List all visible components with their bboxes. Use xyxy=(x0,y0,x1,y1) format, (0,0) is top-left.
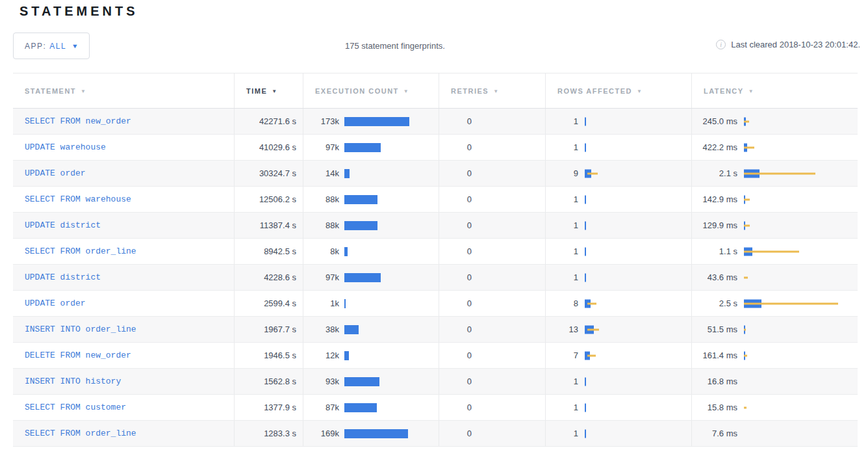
execution-count-value: 14k xyxy=(303,168,339,178)
execution-count-bar xyxy=(344,143,381,152)
rows-affected-stddev-line xyxy=(587,172,598,174)
latency-value: 142.9 ms xyxy=(692,194,737,204)
execution-count-bar-chart xyxy=(344,271,439,284)
table-header: STATEMENT ▼ TIME ▼ EXECUTION COUNT ▼ RET… xyxy=(13,73,858,109)
last-cleared-status: i Last cleared 2018-10-23 20:01:42. xyxy=(716,40,860,49)
info-icon[interactable]: i xyxy=(716,40,726,49)
rows-affected-bar-chart xyxy=(585,375,691,388)
latency-bar-chart xyxy=(744,323,858,336)
statement-link[interactable]: INSERT INTO history xyxy=(25,377,121,386)
latency-value: 7.6 ms xyxy=(692,429,737,438)
statement-link[interactable]: UPDATE order xyxy=(25,168,86,178)
sort-desc-icon: ▼ xyxy=(272,88,277,94)
execution-count-value: 8k xyxy=(303,246,339,256)
rows-affected-mean-bar xyxy=(585,377,586,386)
latency-stddev-line xyxy=(744,276,748,278)
execution-count-bar-chart xyxy=(344,349,439,362)
statements-table: STATEMENT ▼ TIME ▼ EXECUTION COUNT ▼ RET… xyxy=(13,73,858,447)
execution-count-value: 1k xyxy=(303,298,339,308)
chevron-down-icon: ▼ xyxy=(71,43,79,49)
statement-link[interactable]: INSERT INTO order_line xyxy=(25,324,136,334)
app-filter-value: ALL xyxy=(49,42,66,51)
rows-affected-value: 1 xyxy=(546,246,578,256)
table-row: UPDATE order 30324.7 s 14k 0 9 2.1 s xyxy=(13,161,858,187)
latency-stddev-line xyxy=(744,198,750,200)
latency-bar-chart xyxy=(744,193,858,206)
latency-value: 15.8 ms xyxy=(692,403,737,412)
statement-link[interactable]: UPDATE order xyxy=(25,298,86,308)
statement-link[interactable]: DELETE FROM new_order xyxy=(25,351,131,360)
execution-count-bar xyxy=(344,403,377,412)
statement-link[interactable]: SELECT FROM order_line xyxy=(25,246,136,256)
rows-affected-mean-bar xyxy=(585,143,586,152)
latency-value: 422.2 ms xyxy=(692,142,737,152)
column-label: RETRIES xyxy=(451,87,489,95)
rows-affected-bar-chart xyxy=(585,297,691,310)
rows-affected-value: 1 xyxy=(546,116,578,126)
statement-link[interactable]: UPDATE warehouse xyxy=(25,142,106,152)
statement-link[interactable]: UPDATE district xyxy=(25,220,101,230)
table-row: SELECT FROM warehouse 12506.2 s 88k 0 1 … xyxy=(13,187,858,213)
column-header-time[interactable]: TIME ▼ xyxy=(235,73,303,108)
latency-stddev-line xyxy=(744,172,815,174)
latency-stddev-line xyxy=(744,146,754,148)
rows-affected-bar-chart xyxy=(585,245,691,258)
time-value: 1283.3 s xyxy=(264,429,296,438)
latency-value: 2.1 s xyxy=(692,168,737,178)
execution-count-bar xyxy=(344,377,379,386)
statement-link[interactable]: SELECT FROM customer xyxy=(25,403,126,412)
latency-stddev-line xyxy=(744,250,799,252)
column-header-latency[interactable]: LATENCY ▼ xyxy=(692,73,858,108)
statement-link[interactable]: SELECT FROM warehouse xyxy=(25,194,131,204)
column-header-retries[interactable]: RETRIES ▼ xyxy=(439,73,546,108)
rows-affected-bar-chart xyxy=(585,349,691,362)
execution-count-bar xyxy=(344,195,377,204)
time-value: 30324.7 s xyxy=(259,168,296,178)
latency-stddev-line xyxy=(744,406,747,408)
rows-affected-stddev-line xyxy=(587,328,599,330)
time-value: 2599.4 s xyxy=(264,298,296,308)
statement-link[interactable]: SELECT FROM order_line xyxy=(25,429,136,438)
latency-bar-chart xyxy=(744,219,858,232)
retries-value: 0 xyxy=(439,246,472,256)
latency-bar-chart xyxy=(744,375,858,388)
app-filter-dropdown[interactable]: APP: ALL ▼ xyxy=(13,33,90,59)
execution-count-bar-chart xyxy=(344,219,439,232)
column-header-execution-count[interactable]: EXECUTION COUNT ▼ xyxy=(303,73,439,108)
execution-count-bar xyxy=(344,273,381,282)
execution-count-value: 38k xyxy=(303,324,339,334)
execution-count-value: 87k xyxy=(303,403,339,412)
latency-bar-chart xyxy=(744,167,858,180)
execution-count-value: 12k xyxy=(303,351,339,360)
time-value: 1377.9 s xyxy=(264,403,296,412)
execution-count-bar xyxy=(344,351,349,360)
table-row: SELECT FROM new_order 42271.6 s 173k 0 1… xyxy=(13,109,858,135)
statement-link[interactable]: UPDATE district xyxy=(25,272,101,282)
retries-value: 0 xyxy=(439,403,472,412)
execution-count-bar-chart xyxy=(344,375,439,388)
latency-value: 161.4 ms xyxy=(692,351,737,360)
execution-count-value: 88k xyxy=(303,220,339,230)
latency-stddev-line xyxy=(744,354,747,356)
execution-count-bar-chart xyxy=(344,427,439,440)
rows-affected-mean-bar xyxy=(585,429,586,438)
execution-count-bar xyxy=(344,325,359,334)
table-row: INSERT INTO order_line 1967.7 s 38k 0 13… xyxy=(13,317,858,343)
rows-affected-stddev-line xyxy=(587,354,596,356)
rows-affected-value: 1 xyxy=(546,194,578,204)
rows-affected-value: 1 xyxy=(546,272,578,282)
page-title: STATEMENTS xyxy=(19,4,138,19)
statement-link[interactable]: SELECT FROM new_order xyxy=(25,116,131,126)
execution-count-bar-chart xyxy=(344,245,439,258)
retries-value: 0 xyxy=(439,168,472,178)
rows-affected-bar-chart xyxy=(585,167,691,180)
rows-affected-stddev-line xyxy=(587,302,596,304)
column-header-statement[interactable]: STATEMENT ▼ xyxy=(13,73,235,108)
latency-stddev-line xyxy=(744,224,750,226)
time-value: 41029.6 s xyxy=(259,142,296,152)
retries-value: 0 xyxy=(439,116,472,126)
column-header-rows-affected[interactable]: ROWS AFFECTED ▼ xyxy=(546,73,692,108)
latency-value: 1.1 s xyxy=(692,246,737,256)
table-body: SELECT FROM new_order 42271.6 s 173k 0 1… xyxy=(13,109,858,447)
latency-stddev-line xyxy=(744,120,749,122)
